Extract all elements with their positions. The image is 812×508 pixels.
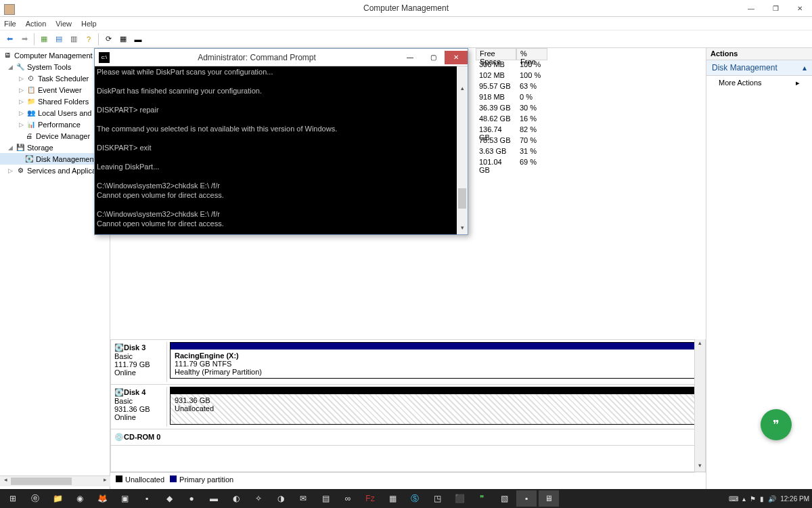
tool-2[interactable]: ▤ [52,33,66,46]
tree-shared-folders[interactable]: ▷📁Shared Folders [0,96,110,107]
tool-1[interactable]: ▦ [37,33,51,46]
tree-storage[interactable]: ◢💾Storage [0,142,110,153]
restore-button[interactable]: ❐ [763,1,788,16]
tool-5[interactable]: ⟳ [102,33,115,46]
collapse-icon: ▴ [803,63,807,72]
tree-event-viewer[interactable]: ▷📋Event Viewer [0,84,110,96]
volume-row[interactable]: 78.53 GB70 % [476,136,706,147]
actions-more[interactable]: More Actions▸ [706,76,812,89]
minimize-button[interactable]: — [739,1,763,16]
volume-row[interactable]: 36.39 GB30 % [476,104,706,114]
tree-device-manager[interactable]: 🖨Device Manager [0,130,110,142]
task-compmgmt[interactable]: 🖥 [539,490,559,507]
menubar: File Action View Help [0,17,812,30]
disk-scrollbar[interactable]: ▴ ▾ [694,339,705,473]
volume-row[interactable]: 95.57 GB63 % [476,82,706,93]
menu-help[interactable]: Help [81,20,97,28]
task-app3[interactable]: ◆ [159,490,179,507]
task-app11[interactable]: ▦ [382,490,403,507]
tray-flag-icon[interactable]: ⚑ [750,495,756,503]
cmd-scrollbar[interactable]: ▴ ▾ [457,66,468,234]
cmd-maximize-button[interactable]: ▢ [422,51,445,64]
task-explorer[interactable]: 📁 [47,490,68,507]
menu-file[interactable]: File [4,20,16,28]
task-chrome[interactable]: ◉ [70,490,90,507]
forward-button[interactable]: ➡ [18,33,31,46]
task-app6[interactable]: ◐ [226,490,246,507]
disk-row-3[interactable]: 💽Disk 3 Basic 111.79 GB Online RacingEng… [111,340,705,385]
task-app12[interactable]: ◳ [427,490,447,507]
hangouts-fab[interactable]: ❞ [761,409,792,440]
tool-4[interactable]: ? [82,33,95,46]
partition-unallocated[interactable]: 931.36 GB Unallocated [170,387,703,425]
disk-info-3: 💽Disk 3 Basic 111.79 GB Online [113,342,167,382]
cmd-titlebar[interactable]: c:\ Administrator: Command Prompt — ▢ ✕ [95,49,468,66]
tray-vol-icon[interactable]: 🔊 [768,495,776,503]
window-title: Computer Management [363,3,449,13]
task-app15[interactable]: ▧ [494,490,514,507]
tool-3[interactable]: ▥ [67,33,81,46]
tree-performance[interactable]: ▷📊Performance [0,119,110,130]
task-app4[interactable]: ● [181,490,202,507]
task-app9[interactable]: ▤ [315,490,336,507]
disk-row-4[interactable]: 💽Disk 4 Basic 931.36 GB Online 931.36 GB… [111,385,705,429]
menu-view[interactable]: View [55,20,72,28]
tree-disk-management[interactable]: 💽Disk Management [0,153,110,165]
partition-primary-x[interactable]: RacingEngine (X:) 111.79 GB NTFS Healthy… [170,342,703,379]
col-free-space[interactable]: Free Space [476,48,516,60]
disk-row-cd[interactable]: 💿CD-ROM 0 [111,429,705,446]
task-app1[interactable]: ▣ [114,490,135,507]
menu-action[interactable]: Action [26,20,47,28]
task-firefox[interactable]: 🦊 [92,490,112,507]
mmc-icon [4,4,15,15]
tool-6[interactable]: ▦ [116,33,130,46]
actions-header: Actions [706,48,812,60]
tree-hscrollbar[interactable]: ◂▸ [0,475,110,486]
volume-row[interactable]: 136.74 GB82 % [476,125,706,136]
tool-7[interactable]: ▬ [131,33,145,46]
toolbar: ⬅ ➡ ▦ ▤ ▥ ? ⟳ ▦ ▬ [0,30,812,48]
task-app13[interactable]: ⬛ [449,490,470,507]
col-pct-free[interactable]: % Free [516,48,547,60]
tree-task-scheduler[interactable]: ▷⏲Task Scheduler [0,72,110,84]
task-app14[interactable]: ❞ [472,490,492,507]
tree-services[interactable]: ▷⚙Services and Applicatio [0,165,110,176]
chevron-right-icon: ▸ [796,79,800,87]
cmd-title: Administrator: Command Prompt [115,53,399,62]
cmd-console[interactable]: Please wait while DiskPart scans your co… [95,66,468,234]
tray-clock[interactable]: 12:26 PM [780,495,809,503]
task-vs[interactable]: ∞ [338,490,358,507]
window-titlebar: Computer Management — ❐ ✕ [0,0,812,17]
taskbar[interactable]: ⊞ ⓔ 📁 ◉ 🦊 ▣ ▪ ◆ ● ▬ ◐ ✧ ◑ ✉ ▤ ∞ Fz ▦ Ⓢ ◳… [0,489,812,508]
actions-disk-management[interactable]: Disk Management▴ [706,60,812,76]
task-ie[interactable]: ⓔ [25,490,45,507]
tray-up-icon[interactable]: ▴ [742,495,746,503]
task-app2[interactable]: ▪ [137,490,157,507]
volume-row[interactable]: 101.04 GB69 % [476,158,706,169]
back-button[interactable]: ⬅ [3,33,16,46]
task-skype[interactable]: Ⓢ [405,490,425,507]
system-tray[interactable]: ⌨ ▴ ⚑ ▮ 🔊 12:26 PM [729,495,809,503]
tree-system-tools[interactable]: ◢🔧System Tools [0,61,110,72]
volume-row[interactable]: 918 MB0 % [476,93,706,104]
close-button[interactable]: ✕ [788,1,812,16]
task-cmd[interactable]: ▪ [516,490,537,507]
tree-root[interactable]: 🖥Computer Management (L [0,49,110,61]
tree-local-users[interactable]: ▷👥Local Users and Gro [0,107,110,119]
task-outlook[interactable]: ✉ [293,490,313,507]
disk-pane: 💽Disk 3 Basic 111.79 GB Online RacingEng… [110,339,706,473]
task-filezilla[interactable]: Fz [360,490,380,507]
volume-row[interactable]: 102 MB100 % [476,71,706,82]
start-button[interactable]: ⊞ [3,490,23,507]
cmd-minimize-button[interactable]: — [399,51,422,64]
volume-row[interactable]: 306 MB100 % [476,60,706,71]
cmd-close-button[interactable]: ✕ [445,51,468,64]
command-prompt-window[interactable]: c:\ Administrator: Command Prompt — ▢ ✕ … [94,48,468,235]
tray-net-icon[interactable]: ▮ [760,495,764,503]
volume-row[interactable]: 3.63 GB31 % [476,147,706,158]
task-app5[interactable]: ▬ [204,490,224,507]
task-app7[interactable]: ✧ [248,490,269,507]
tray-input-icon[interactable]: ⌨ [729,495,738,503]
task-eclipse[interactable]: ◑ [271,490,291,507]
volume-row[interactable]: 48.62 GB16 % [476,114,706,125]
